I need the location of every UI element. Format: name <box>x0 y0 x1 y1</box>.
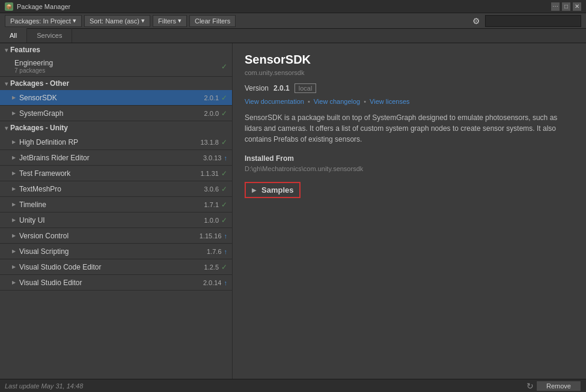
package-version: 3.0.13 <box>203 154 222 161</box>
check-icon: ✓ <box>221 62 227 71</box>
local-badge: local <box>295 83 317 93</box>
sidebar-item-engineering[interactable]: Engineering 7 packages ✓ <box>0 56 232 77</box>
app-icon: 📦 <box>5 2 13 11</box>
caret-right-icon: ▶ <box>12 280 16 285</box>
remove-button[interactable]: Remove <box>536 381 581 391</box>
list-item-textmeshpro[interactable]: ▶ TextMeshPro 3.0.6 ✓ <box>0 181 232 197</box>
main-layout: ▾ Features Engineering 7 packages ✓ ▾ Pa… <box>0 43 586 379</box>
check-icon: ✓ <box>221 201 227 209</box>
version-row: Version 2.0.1 local <box>245 83 574 93</box>
list-item-timeline[interactable]: ▶ Timeline 1.7.1 ✓ <box>0 197 232 213</box>
check-icon: ✓ <box>221 109 227 118</box>
list-item-vseditor[interactable]: ▶ Visual Studio Editor 2.0.14 ↑ <box>0 275 232 291</box>
chevron-down-icon <box>178 17 182 25</box>
list-item-versioncontrol[interactable]: ▶ Version Control 1.15.16 ↑ <box>0 228 232 244</box>
caret-down-icon: ▾ <box>5 80 8 87</box>
package-version: 1.0.0 <box>204 217 219 224</box>
package-description: SensorSDK is a package built on top of S… <box>245 112 574 145</box>
window-title: Package Manager <box>17 3 551 10</box>
caret-right-icon: ▶ <box>12 264 16 270</box>
list-item-sensorsdk[interactable]: ▶ SensorSDK 2.0.1 ✓ <box>0 90 232 106</box>
caret-right-icon: ▶ <box>12 217 16 223</box>
installed-from-path: D:\gh\Mechatronics\com.unity.sensorsdk <box>245 165 574 172</box>
check-icon: ✓ <box>221 185 227 193</box>
check-icon: ✓ <box>221 94 227 102</box>
package-version: 2.0.14 <box>203 279 222 286</box>
sort-dropdown[interactable]: Sort: Name (asc) <box>84 15 150 27</box>
clear-filters-button[interactable]: Clear Filters <box>189 15 236 27</box>
caret-down-icon: ▾ <box>5 47 8 53</box>
caret-right-icon: ▶ <box>12 202 16 207</box>
tab-bar: All Services <box>0 29 586 43</box>
check-icon: ✓ <box>221 169 227 178</box>
package-name: High Definition RP <box>19 138 200 146</box>
refresh-button[interactable]: ↻ <box>524 381 536 391</box>
list-item-systemgraph[interactable]: ▶ SystemGraph 2.0.0 ✓ <box>0 106 232 121</box>
package-name: Timeline <box>19 201 204 209</box>
update-icon: ↑ <box>224 248 228 255</box>
chevron-down-icon <box>73 17 76 25</box>
caret-right-icon: ▶ <box>12 249 16 254</box>
close-btn[interactable]: ✕ <box>573 2 581 11</box>
package-version: 1.2.5 <box>204 264 219 271</box>
caret-right-icon: ▶ <box>252 187 257 193</box>
package-version: 3.0.6 <box>204 185 219 193</box>
package-version: 1.1.31 <box>200 170 219 177</box>
packages-dropdown[interactable]: Packages: In Project <box>5 15 82 27</box>
list-item-testframework[interactable]: ▶ Test Framework 1.1.31 ✓ <box>0 166 232 181</box>
version-value: 2.0.1 <box>273 84 290 92</box>
list-item-unityui[interactable]: ▶ Unity UI 1.0.0 ✓ <box>0 213 232 228</box>
chevron-down-icon <box>141 17 145 25</box>
package-version: 1.7.1 <box>204 201 219 208</box>
package-version: 13.1.8 <box>200 139 219 146</box>
caret-right-icon: ▶ <box>12 110 16 116</box>
package-name: Unity UI <box>19 216 204 225</box>
package-title: SensorSDK <box>245 53 574 67</box>
list-item-vscodeeditor[interactable]: ▶ Visual Studio Code Editor 1.2.5 ✓ <box>0 259 232 275</box>
svg-text:📦: 📦 <box>6 4 12 10</box>
view-licenses-link[interactable]: View licenses <box>370 98 409 105</box>
update-icon: ↑ <box>224 232 228 240</box>
package-name: Version Control <box>19 232 200 240</box>
filters-dropdown[interactable]: Filters <box>153 15 187 27</box>
packages-other-header[interactable]: ▾ Packages - Other <box>0 77 232 90</box>
list-item-hdrp[interactable]: ▶ High Definition RP 13.1.8 ✓ <box>0 134 232 150</box>
package-name: Visual Studio Editor <box>19 279 203 287</box>
samples-section[interactable]: ▶ Samples <box>245 182 301 198</box>
samples-label: Samples <box>261 185 293 194</box>
minimize-btn[interactable]: □ <box>562 2 570 11</box>
feature-name: Engineering <box>14 59 221 67</box>
tab-services[interactable]: Services <box>27 28 72 43</box>
list-item-visualscripting[interactable]: ▶ Visual Scripting 1.7.6 ↑ <box>0 244 232 259</box>
package-name: Test Framework <box>19 169 200 178</box>
package-version: 2.0.0 <box>204 110 219 117</box>
feature-sub: 7 packages <box>14 67 221 74</box>
sidebar: ▾ Features Engineering 7 packages ✓ ▾ Pa… <box>0 43 233 379</box>
caret-right-icon: ▶ <box>12 170 16 176</box>
caret-right-icon: ▶ <box>12 155 16 160</box>
check-icon: ✓ <box>221 263 227 271</box>
check-icon: ✓ <box>221 216 227 225</box>
window-controls[interactable]: ⋯ □ ✕ <box>551 2 581 11</box>
tab-all[interactable]: All <box>0 28 27 43</box>
view-documentation-link[interactable]: View documentation <box>245 98 304 105</box>
caret-right-icon: ▶ <box>12 233 16 238</box>
features-section-header[interactable]: ▾ Features <box>0 43 232 56</box>
package-id: com.unity.sensorsdk <box>245 69 574 76</box>
links-row: View documentation • View changelog • Vi… <box>245 98 574 105</box>
caret-down-icon: ▾ <box>5 125 8 131</box>
packages-unity-header[interactable]: ▾ Packages - Unity <box>0 121 232 134</box>
toolbar: Packages: In Project Sort: Name (asc) Fi… <box>0 13 586 29</box>
package-name: TextMeshPro <box>19 185 204 193</box>
status-text: Last update May 31, 14:48 <box>5 382 524 390</box>
settings-button[interactable]: ⚙ <box>470 16 483 26</box>
search-input[interactable] <box>485 15 581 27</box>
package-name: SystemGraph <box>19 109 204 118</box>
installed-from-header: Installed From <box>245 154 574 163</box>
caret-right-icon: ▶ <box>12 139 16 145</box>
view-changelog-link[interactable]: View changelog <box>314 98 360 105</box>
list-item-rider[interactable]: ▶ JetBrains Rider Editor 3.0.13 ↑ <box>0 150 232 166</box>
menu-btn[interactable]: ⋯ <box>551 2 560 11</box>
detail-panel: SensorSDK com.unity.sensorsdk Version 2.… <box>233 43 586 379</box>
version-label: Version <box>245 84 269 92</box>
